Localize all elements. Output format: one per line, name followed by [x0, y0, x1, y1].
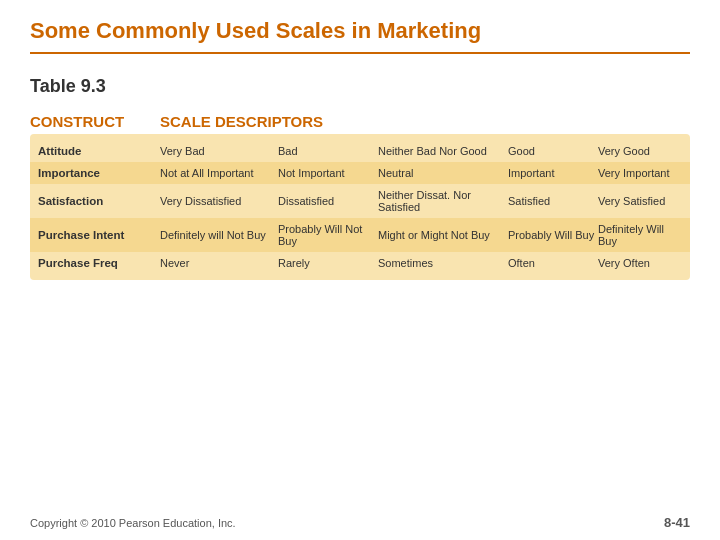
table-cell: Very Often [598, 257, 682, 269]
table-cell: Very Bad [160, 145, 278, 157]
footer: Copyright © 2010 Pearson Education, Inc.… [0, 507, 720, 540]
construct-column-header: CONSTRUCT [30, 113, 160, 130]
table-cell: Rarely [278, 257, 378, 269]
table-row: ImportanceNot at All ImportantNot Import… [30, 162, 690, 184]
copyright-text: Copyright © 2010 Pearson Education, Inc. [30, 517, 236, 529]
table-cell: Neither Dissat. Nor Satisfied [378, 189, 508, 213]
table-cell: Very Important [598, 167, 682, 179]
scale-column-header: SCALE DESCRIPTORS [160, 113, 690, 130]
table-cell: Never [160, 257, 278, 269]
table-label: Table 9.3 [30, 76, 690, 97]
content-area: Table 9.3 CONSTRUCT SCALE DESCRIPTORS At… [0, 64, 720, 507]
table-body: AttitudeVery BadBadNeither Bad Nor GoodG… [30, 134, 690, 280]
table-row: SatisfactionVery DissatisfiedDissatisfie… [30, 184, 690, 218]
header-divider [30, 52, 690, 54]
table-cell: Importance [38, 167, 160, 179]
table-cell: Very Dissatisfied [160, 195, 278, 207]
table-cell: Not Important [278, 167, 378, 179]
page-title: Some Commonly Used Scales in Marketing [30, 18, 690, 44]
table-cell: Very Good [598, 145, 682, 157]
table-cell: Definitely Will Buy [598, 223, 682, 247]
table-row: Purchase IntentDefinitely will Not BuyPr… [30, 218, 690, 252]
table-cell: Satisfaction [38, 195, 160, 207]
table-headers: CONSTRUCT SCALE DESCRIPTORS [30, 113, 690, 130]
page-number: 8-41 [664, 515, 690, 530]
table-cell: Very Satisfied [598, 195, 682, 207]
table-cell: Purchase Intent [38, 229, 160, 241]
table-cell: Definitely will Not Buy [160, 229, 278, 241]
table-cell: Important [508, 167, 598, 179]
page: Some Commonly Used Scales in Marketing T… [0, 0, 720, 540]
table-cell: Attitude [38, 145, 160, 157]
table-cell: Often [508, 257, 598, 269]
table-cell: Neither Bad Nor Good [378, 145, 508, 157]
table-cell: Good [508, 145, 598, 157]
table-cell: Satisfied [508, 195, 598, 207]
table-cell: Sometimes [378, 257, 508, 269]
table-cell: Bad [278, 145, 378, 157]
table-row: Purchase FreqNeverRarelySometimesOftenVe… [30, 252, 690, 274]
table-cell: Might or Might Not Buy [378, 229, 508, 241]
header: Some Commonly Used Scales in Marketing [0, 0, 720, 64]
table-cell: Not at All Important [160, 167, 278, 179]
table-row: AttitudeVery BadBadNeither Bad Nor GoodG… [30, 140, 690, 162]
table-cell: Probably Will Buy [508, 229, 598, 241]
table-cell: Purchase Freq [38, 257, 160, 269]
table-cell: Neutral [378, 167, 508, 179]
table-cell: Probably Will Not Buy [278, 223, 378, 247]
table-cell: Dissatisfied [278, 195, 378, 207]
